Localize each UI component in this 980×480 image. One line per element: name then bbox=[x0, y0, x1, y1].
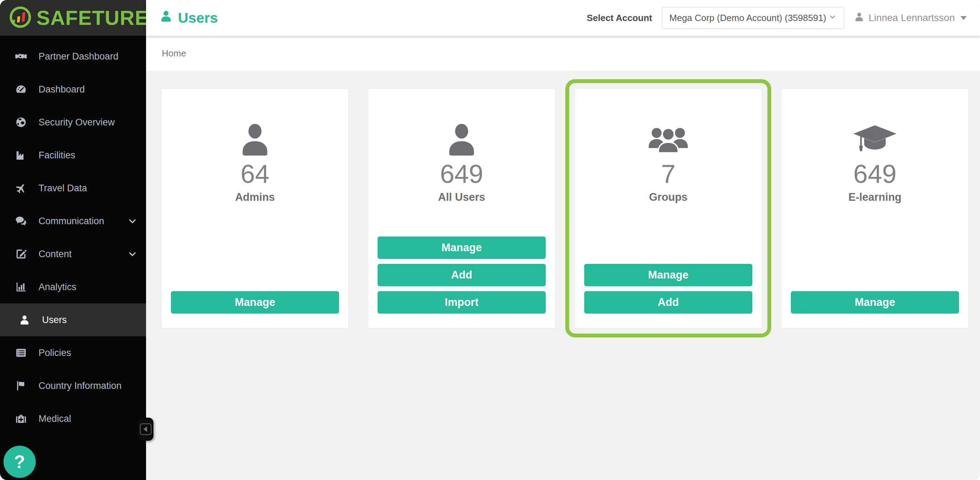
elearning-label: E-learning bbox=[848, 191, 902, 204]
list-icon bbox=[15, 347, 27, 359]
breadcrumb: Home bbox=[146, 36, 980, 71]
sidebar-item-label: Country Information bbox=[38, 381, 121, 391]
graduation-cap-icon bbox=[850, 118, 899, 156]
collapse-left-icon bbox=[140, 423, 152, 435]
admins-card-buttons: Manage bbox=[171, 291, 339, 314]
bar-chart-icon bbox=[15, 281, 27, 293]
plane-icon bbox=[15, 182, 27, 194]
safeture-app-window: SAFETURE ® Partner Dashboard bbox=[0, 0, 980, 480]
sidebar-item-label: Analytics bbox=[38, 282, 76, 293]
account-select-value: Mega Corp (Demo Account) (3598591) bbox=[669, 13, 826, 24]
groups-card-buttons: Manage Add bbox=[584, 264, 752, 314]
all-users-manage-button[interactable]: Manage bbox=[377, 236, 546, 259]
all-users-label: All Users bbox=[438, 191, 485, 204]
sidebar-item-travel-data[interactable]: Travel Data bbox=[0, 172, 146, 205]
help-button[interactable]: ? bbox=[3, 446, 36, 478]
sidebar-item-label: Users bbox=[42, 315, 67, 325]
groups-card: 7 Groups Manage Add bbox=[574, 88, 762, 328]
user-icon bbox=[159, 10, 173, 26]
sidebar-item-label: Dashboard bbox=[38, 84, 85, 95]
user-icon bbox=[854, 11, 864, 24]
sidebar-menu: Partner Dashboard Dashboard bbox=[0, 36, 146, 435]
elearning-card: 649 E-learning Manage bbox=[781, 88, 969, 328]
breadcrumb-home[interactable]: Home bbox=[162, 48, 186, 59]
user-icon bbox=[444, 118, 479, 156]
brand-wordmark: SAFETURE bbox=[37, 8, 149, 28]
sidebar-item-partner-dashboard[interactable]: Partner Dashboard bbox=[0, 40, 146, 73]
sidebar-item-label: Security Overview bbox=[38, 117, 115, 128]
brand-logo[interactable]: SAFETURE ® bbox=[0, 0, 146, 36]
sidebar: SAFETURE ® Partner Dashboard bbox=[0, 0, 146, 480]
page-title: Users bbox=[159, 10, 218, 26]
all-users-import-button[interactable]: Import bbox=[377, 291, 546, 314]
chevron-down-icon bbox=[128, 217, 137, 226]
sidebar-item-label: Medical bbox=[38, 413, 71, 424]
sidebar-item-users[interactable]: Users bbox=[0, 303, 146, 336]
groups-count: 7 bbox=[661, 160, 675, 188]
admins-manage-button[interactable]: Manage bbox=[171, 291, 339, 314]
edit-icon bbox=[15, 248, 27, 260]
sidebar-item-label: Policies bbox=[38, 348, 71, 359]
factory-icon bbox=[15, 149, 27, 161]
sidebar-item-country-information[interactable]: Country Information bbox=[0, 369, 146, 402]
select-account-label: Select Account bbox=[587, 13, 652, 24]
admins-card: 64 Admins Manage bbox=[161, 88, 349, 328]
groups-label: Groups bbox=[649, 191, 687, 204]
chevron-down-icon bbox=[828, 13, 837, 24]
elearning-card-buttons: Manage bbox=[791, 291, 959, 314]
sidebar-item-label: Facilities bbox=[38, 150, 75, 161]
globe-icon bbox=[15, 116, 27, 128]
users-group-icon bbox=[647, 118, 690, 156]
page-title-text: Users bbox=[178, 10, 218, 26]
sidebar-item-security-overview[interactable]: Security Overview bbox=[0, 106, 146, 139]
all-users-count: 649 bbox=[440, 160, 483, 188]
user-menu[interactable]: Linnea Lennartsson bbox=[854, 11, 967, 24]
elearning-manage-button[interactable]: Manage bbox=[791, 291, 959, 314]
elearning-count: 649 bbox=[853, 160, 896, 188]
sidebar-item-label: Content bbox=[38, 249, 72, 260]
tachometer-icon bbox=[15, 83, 27, 95]
sidebar-item-medical[interactable]: Medical bbox=[0, 402, 146, 435]
sidebar-item-policies[interactable]: Policies bbox=[0, 336, 146, 369]
admins-label: Admins bbox=[235, 191, 275, 204]
comments-icon bbox=[15, 215, 27, 227]
sidebar-item-facilities[interactable]: Facilities bbox=[0, 139, 146, 172]
main-content: 64 Admins Manage 649 All Users Manage bbox=[146, 71, 980, 480]
sidebar-item-analytics[interactable]: Analytics bbox=[0, 271, 146, 303]
user-icon bbox=[18, 314, 31, 325]
admins-count: 64 bbox=[240, 160, 269, 188]
question-mark-icon: ? bbox=[14, 451, 25, 472]
header-right: Select Account Mega Corp (Demo Account) … bbox=[587, 7, 967, 29]
all-users-add-button[interactable]: Add bbox=[377, 264, 546, 286]
all-users-card: 649 All Users Manage Add Import bbox=[368, 88, 555, 328]
sidebar-item-communication[interactable]: Communication bbox=[0, 205, 146, 238]
sidebar-item-label: Communication bbox=[38, 216, 104, 227]
groups-add-button[interactable]: Add bbox=[584, 291, 752, 314]
top-header: Users Select Account Mega Corp (Demo Acc… bbox=[146, 0, 980, 36]
all-users-card-buttons: Manage Add Import bbox=[377, 236, 546, 314]
user-name: Linnea Lennartsson bbox=[869, 12, 955, 24]
user-icon bbox=[238, 118, 272, 156]
medkit-icon bbox=[15, 413, 27, 425]
flag-icon bbox=[15, 380, 27, 392]
sidebar-item-label: Travel Data bbox=[38, 183, 87, 194]
summary-cards-row: 64 Admins Manage 649 All Users Manage bbox=[146, 71, 980, 328]
sidebar-collapse-button[interactable] bbox=[138, 418, 153, 441]
groups-manage-button[interactable]: Manage bbox=[584, 264, 752, 286]
account-select[interactable]: Mega Corp (Demo Account) (3598591) bbox=[662, 7, 844, 29]
chevron-down-icon bbox=[128, 249, 137, 258]
safeture-bars-logo-icon bbox=[9, 6, 32, 30]
sidebar-item-content[interactable]: Content bbox=[0, 238, 146, 271]
sidebar-item-dashboard[interactable]: Dashboard bbox=[0, 73, 146, 106]
handshake-icon bbox=[15, 51, 27, 62]
caret-down-icon bbox=[960, 16, 967, 20]
sidebar-item-label: Partner Dashboard bbox=[38, 51, 118, 62]
